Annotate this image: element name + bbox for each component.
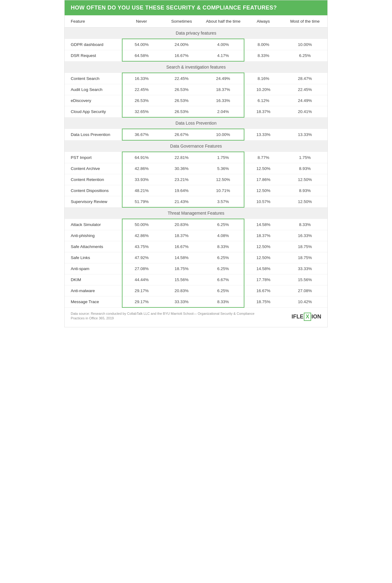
table-row: Data Loss Prevention36.67%26.67%10.00%13…: [65, 129, 327, 140]
cell-feature: Content Retention: [65, 174, 122, 185]
cell-always: 17.78%: [244, 274, 283, 285]
section-header-row: Threat Management Features: [65, 207, 327, 219]
table-row: Anti-malware29.17%20.83%6.25%16.67%27.08…: [65, 285, 327, 296]
cell-abouthalf: 18.37%: [202, 84, 244, 95]
cell-always: 8.33%: [244, 50, 283, 62]
cell-feature: Message Trace: [65, 296, 122, 308]
cell-feature: Anti-spam: [65, 263, 122, 274]
cell-never: 42.86%: [122, 230, 161, 241]
cell-always: 8.77%: [244, 152, 283, 163]
cell-sometimes: 26.67%: [161, 129, 202, 140]
cell-sometimes: 26.53%: [161, 95, 202, 106]
cell-mostofthetime: 16.33%: [282, 230, 327, 241]
cell-abouthalf: 1.75%: [202, 152, 244, 163]
cell-abouthalf: 6.25%: [202, 219, 244, 230]
cell-mostofthetime: 8.33%: [282, 219, 327, 230]
section-header-cell: Data Loss Prevention: [65, 117, 327, 129]
table-row: Content Archive42.86%30.36%5.36%12.50%8.…: [65, 163, 327, 174]
cell-never: 50.00%: [122, 219, 161, 230]
cell-sometimes: 20.83%: [161, 219, 202, 230]
cell-sometimes: 22.45%: [161, 73, 202, 84]
cell-never: 32.65%: [122, 106, 161, 118]
cell-mostofthetime: 12.50%: [282, 196, 327, 208]
cell-sometimes: 14.58%: [161, 252, 202, 263]
cell-sometimes: 16.67%: [161, 241, 202, 252]
table-row: Supervisory Review51.79%21.43%3.57%10.57…: [65, 196, 327, 208]
cell-mostofthetime: 10.42%: [282, 296, 327, 308]
cell-sometimes: 16.67%: [161, 50, 202, 62]
cell-abouthalf: 8.33%: [202, 241, 244, 252]
section-header-row: Data Governance Features: [65, 140, 327, 152]
cell-always: 12.50%: [244, 163, 283, 174]
cell-feature: Content Dispositions: [65, 185, 122, 196]
cell-always: 12.50%: [244, 252, 283, 263]
cell-sometimes: 22.81%: [161, 152, 202, 163]
cell-mostofthetime: 22.45%: [282, 84, 327, 95]
cell-mostofthetime: 33.33%: [282, 263, 327, 274]
logo-box: X: [304, 313, 311, 321]
col-header-mostofthetime: Most of the time: [282, 15, 327, 28]
cell-always: 14.58%: [244, 263, 283, 274]
col-header-abouthalf: About half the time: [202, 15, 244, 28]
cell-mostofthetime: 28.47%: [282, 73, 327, 84]
logo: IFLEXION: [292, 313, 321, 321]
cell-never: 27.08%: [122, 263, 161, 274]
cell-sometimes: 20.83%: [161, 285, 202, 296]
cell-abouthalf: 24.49%: [202, 73, 244, 84]
table-row: Attack Simulator50.00%20.83%6.25%14.58%8…: [65, 219, 327, 230]
cell-always: 6.12%: [244, 95, 283, 106]
footer: Data source: Research conducted by Colla…: [65, 308, 327, 322]
cell-abouthalf: 10.71%: [202, 185, 244, 196]
cell-always: 12.50%: [244, 241, 283, 252]
cell-always: 18.37%: [244, 230, 283, 241]
cell-abouthalf: 12.50%: [202, 174, 244, 185]
cell-feature: DSR Request: [65, 50, 122, 62]
cell-sometimes: 26.53%: [161, 106, 202, 118]
cell-sometimes: 26.53%: [161, 84, 202, 95]
table-row: PST Import64.91%22.81%1.75%8.77%1.75%: [65, 152, 327, 163]
cell-sometimes: 18.37%: [161, 230, 202, 241]
cell-never: 42.86%: [122, 163, 161, 174]
cell-feature: Safe Links: [65, 252, 122, 263]
cell-sometimes: 15.56%: [161, 274, 202, 285]
table-row: GDPR dashboard54.00%24.00%4.00%8.00%10.0…: [65, 39, 327, 50]
cell-mostofthetime: 15.56%: [282, 274, 327, 285]
section-header-cell: Threat Management Features: [65, 207, 327, 219]
cell-always: 18.37%: [244, 106, 283, 118]
table-row: Audit Log Search22.45%26.53%18.37%10.20%…: [65, 84, 327, 95]
cell-abouthalf: 8.33%: [202, 296, 244, 308]
cell-always: 10.57%: [244, 196, 283, 208]
cell-sometimes: 21.43%: [161, 196, 202, 208]
table-row: Anti-phishing42.86%18.37%4.08%18.37%16.3…: [65, 230, 327, 241]
cell-mostofthetime: 18.75%: [282, 241, 327, 252]
cell-always: 17.86%: [244, 174, 283, 185]
cell-never: 43.75%: [122, 241, 161, 252]
cell-abouthalf: 2.04%: [202, 106, 244, 118]
cell-never: 64.58%: [122, 50, 161, 62]
cell-never: 22.45%: [122, 84, 161, 95]
cell-sometimes: 19.64%: [161, 185, 202, 196]
cell-always: 8.00%: [244, 39, 283, 50]
table-row: Content Search16.33%22.45%24.49%8.16%28.…: [65, 73, 327, 84]
main-card: HOW OFTEN DO YOU USE THESE SECURITY & CO…: [64, 0, 328, 327]
cell-always: 8.16%: [244, 73, 283, 84]
cell-feature: Cloud App Security: [65, 106, 122, 118]
col-header-always: Always: [244, 15, 283, 28]
cell-never: 44.44%: [122, 274, 161, 285]
cell-always: 16.67%: [244, 285, 283, 296]
cell-abouthalf: 4.00%: [202, 39, 244, 50]
cell-mostofthetime: 12.50%: [282, 174, 327, 185]
page-header: HOW OFTEN DO YOU USE THESE SECURITY & CO…: [65, 0, 327, 15]
cell-sometimes: 33.33%: [161, 296, 202, 308]
cell-mostofthetime: 20.41%: [282, 106, 327, 118]
col-header-sometimes: Sometimes: [161, 15, 202, 28]
cell-sometimes: 23.21%: [161, 174, 202, 185]
table-row: DKIM44.44%15.56%6.67%17.78%15.56%: [65, 274, 327, 285]
section-header-row: Search & investigation features: [65, 61, 327, 73]
cell-mostofthetime: 24.49%: [282, 95, 327, 106]
cell-never: 29.17%: [122, 296, 161, 308]
cell-feature: GDPR dashboard: [65, 39, 122, 50]
cell-mostofthetime: 1.75%: [282, 152, 327, 163]
cell-abouthalf: 4.17%: [202, 50, 244, 62]
cell-mostofthetime: 8.93%: [282, 185, 327, 196]
